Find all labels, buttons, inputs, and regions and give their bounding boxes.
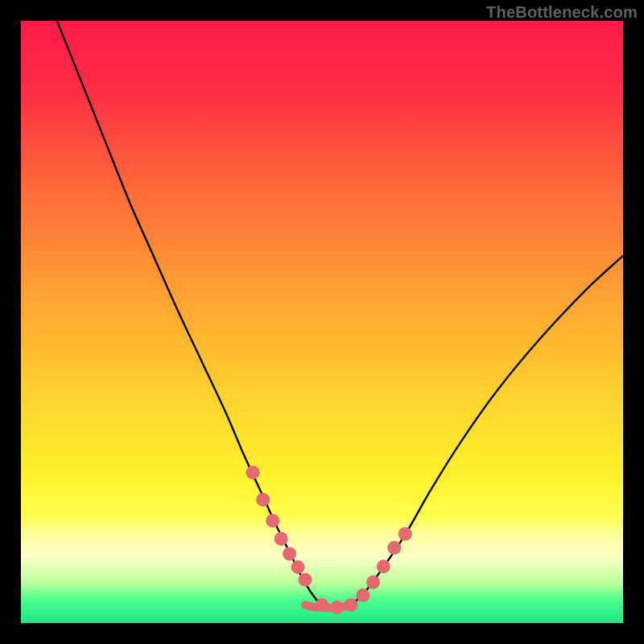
marker-dot <box>316 598 329 612</box>
watermark-text: TheBottleneck.com <box>486 3 638 22</box>
marker-dot <box>387 541 401 555</box>
marker-dot <box>344 598 357 612</box>
marker-dot <box>299 573 312 587</box>
marker-dot <box>256 493 270 506</box>
marker-dot <box>266 514 279 527</box>
marker-dot <box>283 547 296 560</box>
marker-dot <box>291 560 305 574</box>
marker-dot <box>398 527 412 541</box>
marker-dot <box>356 588 369 602</box>
gradient-background <box>21 21 623 623</box>
marker-dot <box>330 601 344 614</box>
marker-dot <box>275 532 288 546</box>
chart-frame <box>21 21 623 623</box>
marker-dot <box>377 559 390 573</box>
marker-dot <box>246 466 259 480</box>
bottleneck-chart <box>21 21 623 623</box>
marker-dot <box>366 576 380 589</box>
